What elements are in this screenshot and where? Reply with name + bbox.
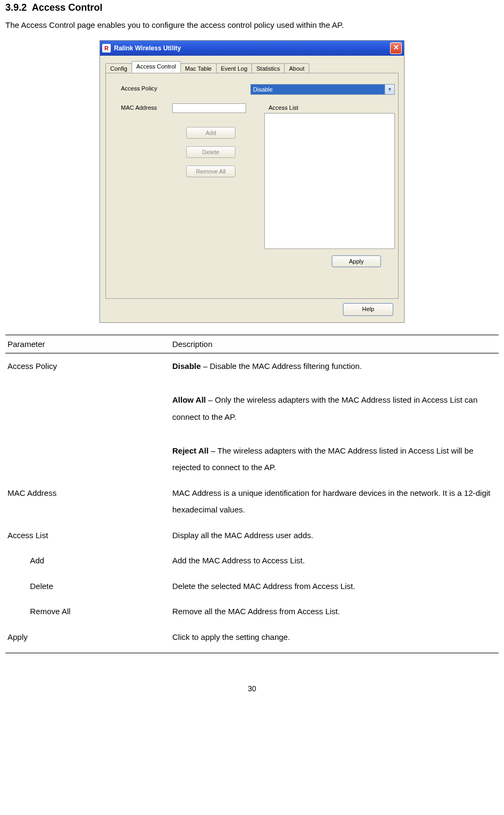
param-access-policy: Access Policy (5, 353, 170, 480)
table-row: Remove All Remove all the MAC Address fr… (5, 599, 499, 624)
opt-reject-label: Reject All (172, 446, 209, 455)
tabstrip: Config Access Control Mac Table Event Lo… (105, 61, 399, 73)
screenshot-figure: Ralink Wireless Utility ✕ Config Access … (5, 40, 499, 323)
header-parameter: Parameter (5, 335, 170, 353)
table-row: Access Policy Disable – Disable the MAC … (5, 353, 499, 480)
access-list-label: Access List (269, 104, 299, 111)
window-title: Ralink Wireless Utility (114, 44, 390, 52)
tab-event-log[interactable]: Event Log (216, 63, 253, 73)
opt-disable-text: – Disable the MAC Address filtering func… (201, 361, 362, 371)
window-titlebar: Ralink Wireless Utility ✕ (100, 41, 404, 56)
window-client-area: Config Access Control Mac Table Event Lo… (100, 56, 404, 322)
tab-mac-table[interactable]: Mac Table (180, 63, 217, 73)
desc-apply: Click to apply the setting change. (170, 624, 499, 653)
app-window: Ralink Wireless Utility ✕ Config Access … (100, 40, 404, 323)
opt-disable-label: Disable (172, 361, 201, 371)
desc-add: Add the MAC Address to Access List. (170, 548, 499, 573)
desc-access-policy: Disable – Disable the MAC Address filter… (170, 353, 499, 480)
section-heading: 3.9.2 Access Control (5, 2, 499, 13)
add-button[interactable]: Add (186, 127, 235, 139)
help-button[interactable]: Help (343, 303, 393, 316)
help-bar: Help (105, 303, 399, 316)
close-icon[interactable]: ✕ (390, 42, 402, 54)
app-icon (102, 44, 111, 52)
mac-address-label: MAC Address (121, 104, 157, 111)
desc-access-list: Display all the MAC Address user adds. (170, 523, 499, 548)
apply-button[interactable]: Apply (332, 255, 381, 267)
param-delete: Delete (7, 582, 53, 591)
chevron-down-icon: ▼ (385, 85, 394, 94)
access-policy-label: Access Policy (121, 85, 157, 92)
access-policy-value: Disable (253, 86, 273, 93)
table-row: Delete Delete the selected MAC Address f… (5, 573, 499, 599)
tab-body: Access Policy Disable ▼ MAC Address Acce… (105, 73, 399, 299)
param-mac-address: MAC Address (5, 480, 170, 523)
access-list-box[interactable] (264, 113, 395, 249)
table-row: Access List Display all the MAC Address … (5, 523, 499, 548)
table-row: MAC Address MAC Address is a unique iden… (5, 480, 499, 523)
section-title-text: Access Control (32, 2, 102, 13)
remove-all-button[interactable]: Remove All (186, 165, 235, 177)
tab-about[interactable]: About (284, 63, 309, 73)
desc-mac-address: MAC Address is a unique identification f… (170, 480, 499, 523)
param-access-list: Access List (5, 523, 170, 548)
section-number: 3.9.2 (5, 2, 27, 13)
tab-config[interactable]: Config (105, 63, 132, 73)
intro-text: The Access Control page enables you to c… (5, 19, 499, 32)
delete-button[interactable]: Delete (186, 146, 235, 158)
param-add: Add (7, 556, 44, 565)
desc-remove-all: Remove all the MAC Address from Access L… (170, 599, 499, 624)
parameter-table: Parameter Description Access Policy Disa… (5, 335, 499, 653)
table-row: Add Add the MAC Address to Access List. (5, 548, 499, 573)
page-number: 30 (5, 684, 499, 693)
table-row: Apply Click to apply the setting change. (5, 624, 499, 653)
tab-access-control[interactable]: Access Control (132, 61, 181, 73)
opt-allow-label: Allow All (172, 395, 206, 404)
opt-reject-text: – The wireless adapters with the MAC Add… (172, 446, 474, 472)
param-apply: Apply (5, 624, 170, 653)
opt-allow-text: – Only the wireless adapters with the MA… (172, 395, 478, 421)
param-remove-all: Remove All (7, 607, 71, 616)
mac-address-input[interactable] (172, 103, 246, 113)
tab-statistics[interactable]: Statistics (251, 63, 285, 73)
access-policy-dropdown[interactable]: Disable ▼ (250, 84, 395, 95)
header-description: Description (170, 335, 499, 353)
desc-delete: Delete the selected MAC Address from Acc… (170, 573, 499, 599)
